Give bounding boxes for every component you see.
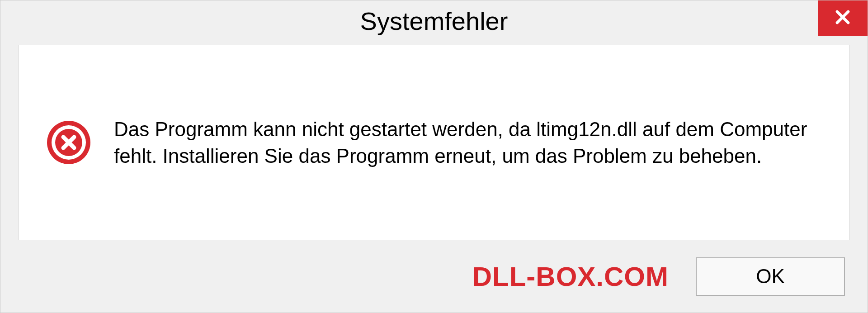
watermark-text: DLL-BOX.COM: [472, 261, 669, 292]
error-dialog: Systemfehler Das Programm kann nicht ges…: [0, 0, 868, 313]
error-icon: [46, 120, 91, 165]
dialog-footer: DLL-BOX.COM OK: [0, 240, 868, 313]
close-icon: [833, 8, 852, 28]
dialog-title: Systemfehler: [360, 6, 508, 36]
error-message: Das Programm kann nicht gestartet werden…: [114, 116, 822, 170]
close-button[interactable]: [818, 0, 868, 36]
ok-button[interactable]: OK: [696, 257, 845, 296]
message-panel: Das Programm kann nicht gestartet werden…: [19, 45, 849, 240]
titlebar: Systemfehler: [0, 0, 868, 41]
